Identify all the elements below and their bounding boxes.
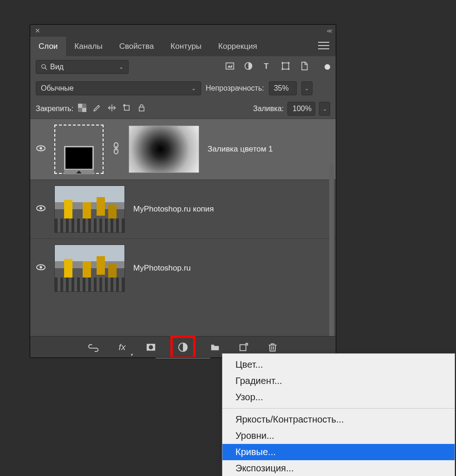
search-icon [41,64,47,70]
filter-smartobject-icon[interactable] [300,61,309,73]
fill-value[interactable]: 100% [287,102,315,116]
lock-pixels-icon[interactable] [93,104,101,114]
visibility-icon[interactable] [36,262,46,274]
filter-toggle[interactable] [325,64,330,70]
lock-transparency-icon[interactable] [78,104,86,114]
chevron-down-icon: ⌄ [119,64,124,70]
opacity-stepper[interactable]: ⌄ [301,81,313,95]
svg-rect-11 [288,62,289,64]
tab-adjustments[interactable]: Коррекция [210,37,266,56]
svg-rect-1 [318,45,329,46]
menu-item-color[interactable]: Цвет... [222,357,455,373]
tab-properties[interactable]: Свойства [111,37,163,56]
layer-row[interactable]: MyPhotoshop.ru копия [30,179,336,238]
new-layer-icon[interactable] [236,339,252,355]
fill-label[interactable]: Заливка: [253,105,284,113]
svg-rect-13 [288,68,289,70]
lock-row: Закрепить: Заливка: 100% ⌄ [30,99,336,119]
add-mask-icon[interactable] [143,339,159,355]
svg-point-22 [39,147,42,150]
svg-marker-6 [228,65,232,68]
menu-item-curves[interactable]: Кривые... [222,444,455,460]
svg-rect-0 [318,42,329,43]
filter-type-icons: T [225,61,309,73]
svg-rect-9 [282,63,288,69]
layer-thumbnail[interactable] [54,185,125,233]
filter-row: Вид ⌄ T [30,56,336,78]
opacity-label[interactable]: Непрозрачность: [206,84,264,93]
fill-stepper[interactable]: ⌄ [319,102,330,116]
layer-effects-icon[interactable]: fx▾ [114,339,130,355]
visibility-icon[interactable] [36,143,46,155]
chevron-down-icon: ⌄ [191,85,196,92]
svg-rect-20 [139,107,144,111]
layer-name[interactable]: MyPhotoshop.ru копия [133,205,214,214]
menu-separator [222,408,455,409]
visibility-icon[interactable] [36,203,46,215]
opacity-value[interactable]: 35% [269,81,297,95]
filter-pixel-icon[interactable] [225,61,235,73]
lock-label: Закрепить: [36,105,73,113]
menu-item-exposure[interactable]: Экспозиция... [222,460,455,476]
svg-rect-33 [240,344,246,350]
adjustment-context-menu: Цвет... Градиент... Узор... Яркость/Конт… [222,353,455,476]
layer-row[interactable]: MyPhotoshop.ru [30,238,336,298]
svg-rect-2 [318,48,329,49]
svg-text:T: T [264,62,268,71]
close-icon[interactable]: ✕ [35,27,40,34]
panel-titlebar: ✕ << [30,25,336,37]
menu-item-brightness-contrast[interactable]: Яркость/Контрастность... [222,411,455,428]
svg-rect-15 [78,104,82,108]
svg-line-4 [45,68,47,70]
blend-mode-dropdown[interactable]: Обычные ⌄ [36,81,201,95]
menu-item-gradient[interactable]: Градиент... [222,373,455,389]
collapse-icon[interactable]: << [327,27,331,34]
blend-mode-value: Обычные [41,84,74,93]
opacity-value-text: 35% [274,84,289,93]
filter-type-dropdown[interactable]: Вид ⌄ [36,60,129,74]
tab-layers[interactable]: Слои [30,37,66,56]
new-adjustment-layer-icon[interactable] [172,337,194,357]
fill-value-text: 100% [293,105,312,113]
layer-row[interactable]: Заливка цветом 1 [30,119,336,179]
menu-item-pattern[interactable]: Узор... [222,389,455,405]
layer-thumbnail[interactable] [54,125,104,174]
svg-rect-17 [124,106,130,111]
blend-row: Обычные ⌄ Непрозрачность: 35% ⌄ [30,78,336,99]
filter-label: Вид [50,63,64,71]
link-layers-icon[interactable] [85,339,101,355]
menu-item-levels[interactable]: Уровни... [222,428,455,444]
lock-artboard-icon[interactable] [123,104,131,114]
mask-link-icon[interactable] [112,142,120,156]
delete-layer-icon[interactable] [265,339,280,355]
svg-point-29 [39,266,42,269]
svg-rect-10 [282,62,283,64]
layers-list: Заливка цветом 1 MyPhotoshop.ru копия My… [30,119,336,298]
svg-point-27 [39,207,42,210]
svg-point-31 [149,345,153,349]
lock-position-icon[interactable] [108,104,116,114]
layer-name[interactable]: Заливка цветом 1 [208,145,273,154]
panel-menu-icon[interactable] [318,40,329,53]
panel-tabs: Слои Каналы Свойства Контуры Коррекция [30,37,336,56]
layer-name[interactable]: MyPhotoshop.ru [133,264,191,273]
svg-rect-16 [82,108,86,112]
filter-type-icon[interactable]: T [262,61,272,73]
filter-shape-icon[interactable] [281,61,290,73]
svg-point-3 [42,65,46,68]
svg-rect-12 [282,68,283,70]
tab-paths[interactable]: Контуры [162,37,210,56]
layers-panel: ✕ << Слои Каналы Свойства Контуры Коррек… [30,24,336,358]
new-group-icon[interactable] [207,339,223,355]
tab-channels[interactable]: Каналы [66,37,111,56]
scrollbar[interactable] [329,164,334,341]
filter-adjustment-icon[interactable] [244,61,253,73]
panel-resize-handle[interactable] [155,357,211,359]
layer-thumbnail[interactable] [54,245,125,292]
layer-mask-thumbnail[interactable] [129,126,199,173]
lock-all-icon[interactable] [137,104,146,114]
